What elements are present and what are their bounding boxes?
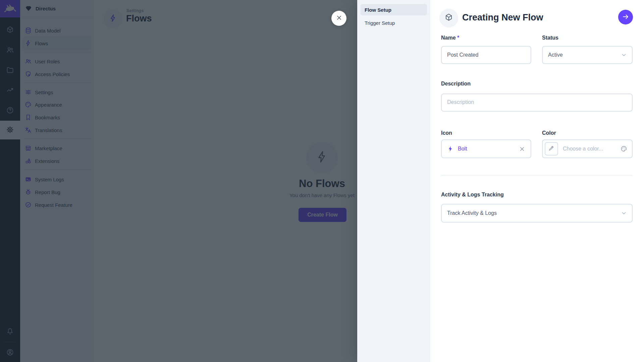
color-field-label: Color <box>542 130 556 136</box>
color-picker[interactable]: Choose a color... <box>542 139 633 158</box>
description-field-label: Description <box>441 81 471 87</box>
icon-picker[interactable]: Bolt <box>441 139 531 158</box>
close-icon <box>336 14 342 22</box>
app-root: Directus Data Model Flows <box>0 0 644 362</box>
eyedropper-swatch[interactable] <box>545 142 558 156</box>
color-picker-placeholder: Choose a color... <box>563 146 621 152</box>
drawer-header-icon-circle <box>439 9 458 27</box>
label-text: Name <box>441 35 456 41</box>
description-textarea[interactable] <box>441 94 633 112</box>
drawer-submit-button[interactable] <box>618 10 633 24</box>
arrow-right-icon <box>622 13 629 21</box>
icon-picker-value: Bolt <box>458 146 519 152</box>
cube-icon <box>444 13 453 23</box>
drawer-close-button[interactable] <box>331 11 346 26</box>
eyedropper-icon <box>548 145 554 153</box>
status-select[interactable]: Active <box>542 46 633 64</box>
icon-field-label: Icon <box>441 130 452 136</box>
form-divider <box>441 175 633 176</box>
chevron-down-icon <box>621 52 627 58</box>
status-field-label: Status <box>542 35 558 41</box>
name-input[interactable] <box>441 46 531 64</box>
subnav-item-trigger-setup[interactable]: Trigger Setup <box>361 17 427 28</box>
drawer-subnav: Flow Setup Trigger Setup <box>357 0 430 362</box>
bolt-icon <box>447 145 454 152</box>
subnav-item-flow-setup[interactable]: Flow Setup <box>361 4 427 15</box>
drawer-title: Creating New Flow <box>462 12 543 23</box>
status-select-value: Active <box>548 52 563 58</box>
tracking-field-label: Activity & Logs Tracking <box>441 192 504 198</box>
creating-new-flow-drawer: Flow Setup Trigger Setup Creating New Fl… <box>357 0 644 362</box>
name-field-label: Name * <box>441 35 459 41</box>
tracking-select-value: Track Activity & Logs <box>447 210 497 216</box>
required-marker: * <box>457 35 459 41</box>
palette-icon[interactable] <box>621 145 627 152</box>
clear-icon[interactable] <box>519 146 525 152</box>
chevron-down-icon <box>621 210 627 217</box>
drawer-body: Creating New Flow Name * Status Active <box>430 0 644 362</box>
tracking-select[interactable]: Track Activity & Logs <box>441 204 633 223</box>
